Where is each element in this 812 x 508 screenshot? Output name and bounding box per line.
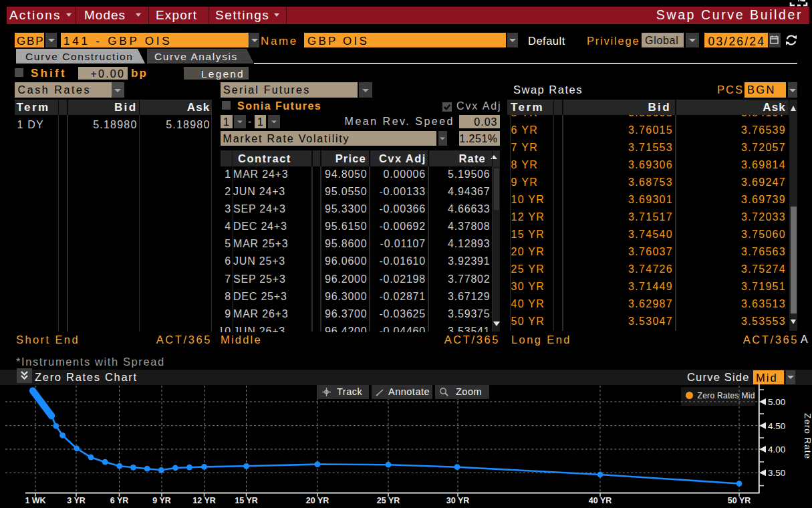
svg-text:12 YR: 12 YR <box>192 496 216 505</box>
svg-text:4.50: 4.50 <box>768 421 785 431</box>
svg-text:15 YR: 15 YR <box>235 496 258 505</box>
svg-text:6 YR: 6 YR <box>110 496 129 505</box>
svg-text:25 YR: 25 YR <box>377 496 400 505</box>
svg-text:40 YR: 40 YR <box>589 496 612 505</box>
svg-text:Zero Rate: Zero Rate <box>803 413 812 459</box>
svg-text:4.00: 4.00 <box>768 444 785 455</box>
svg-text:5.00: 5.00 <box>768 397 785 407</box>
svg-text:9 YR: 9 YR <box>152 496 171 505</box>
svg-text:50 YR: 50 YR <box>728 496 751 505</box>
svg-text:1 WK: 1 WK <box>25 496 45 505</box>
svg-text:30 YR: 30 YR <box>446 496 470 505</box>
svg-text:3.50: 3.50 <box>768 468 785 478</box>
svg-text:20 YR: 20 YR <box>306 496 329 505</box>
svg-text:3 YR: 3 YR <box>67 496 86 505</box>
